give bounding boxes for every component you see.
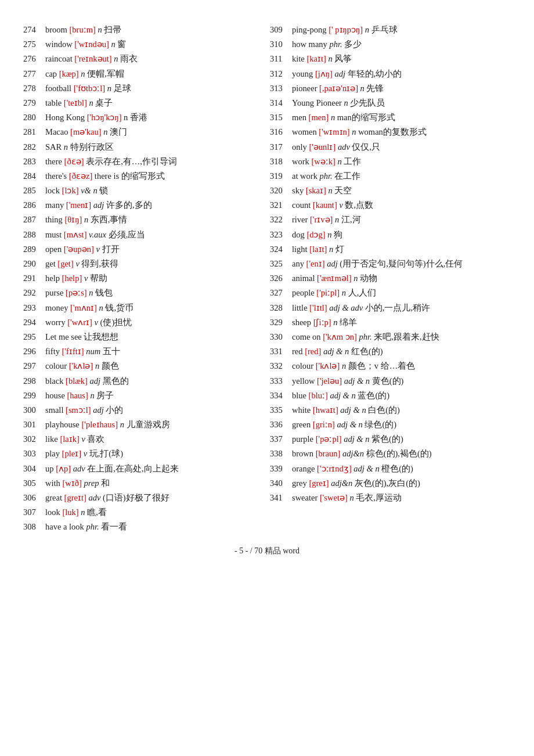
entry-meaning: 窗 [117, 39, 126, 49]
entry-word: orange [292, 464, 315, 473]
list-item: 318work [wəːk] n 工作 [270, 155, 511, 168]
entry-content: pioneer [,paɪə'nɪə] n 先锋 [292, 82, 511, 95]
entry-number: 310 [270, 38, 292, 51]
entry-meaning: 瞧,看 [87, 507, 107, 517]
list-item: 316women ['wɪmɪn] n woman的复数形式 [270, 125, 511, 139]
list-item: 288must [mʌst] v.aux 必须,应当 [23, 228, 264, 242]
list-item: 317only ['əunlɪ] adv 仅仅,只 [270, 141, 511, 154]
entry-pos: n [120, 420, 124, 429]
entry-word: grey [292, 478, 307, 488]
list-item: 313pioneer [,paɪə'nɪə] n 先锋 [270, 82, 511, 95]
entry-meaning: 喜欢 [87, 434, 104, 444]
phonetic: ʃiːp [316, 318, 328, 327]
list-item: 274broom [bruːm] n 扫帚 [23, 23, 264, 37]
entry-meaning: 在工作 [334, 171, 360, 181]
list-item: 315men [men] n man的缩写形式 [270, 111, 511, 124]
entry-meaning: 澳门 [110, 127, 127, 136]
entry-content: like [laɪk] v 喜欢 [45, 433, 264, 446]
entry-pos: v [96, 244, 100, 254]
entry-content: Hong Kong ['hɔŋ'kɔŋ] n 香港 [45, 111, 264, 124]
entry-word: little [292, 303, 308, 312]
entry-meaning: 蓝色(的) [358, 391, 389, 400]
phonetic: 'hɔŋ'kɔŋ [90, 113, 119, 122]
entry-number: 301 [23, 418, 45, 431]
entry-meaning: 灰色(的),灰白(的) [355, 478, 420, 488]
entry-pos: adj [93, 200, 104, 210]
entry-word: ping-pong [292, 25, 327, 34]
phonetic-close: ] [85, 391, 88, 400]
entry-meaning: 在上面,在高处,向上起来 [87, 464, 178, 473]
list-item: 341sweater ['swetə] n 毛衣,厚运动 [270, 491, 511, 505]
left-column: 274broom [bruːm] n 扫帚275window ['wɪndəu]… [23, 23, 270, 535]
entry-meaning: 棕色(的),褐色(的) [366, 449, 432, 458]
phonetic: jʌŋ [318, 69, 330, 78]
entry-meaning: 江,河 [341, 215, 361, 224]
entry-pos: v [84, 273, 88, 283]
entry-word: work [292, 157, 309, 166]
entry-content: purple ['pəːpl] adj & n 紫色(的) [292, 433, 511, 446]
entry-meaning: 房子 [96, 391, 114, 400]
entry-number: 304 [23, 462, 45, 475]
entry-pos: adv [338, 142, 350, 152]
list-item: 293money ['mʌnɪ] n 钱,货币 [23, 301, 264, 315]
entry-content: lock [lɔk] v& n 锁 [45, 184, 264, 197]
entry-meaning: 少先队员 [350, 98, 385, 107]
phonetic-close: ] [84, 288, 87, 297]
phonetic: 'kʌm ɔn [326, 332, 354, 341]
phonetic-close: ] [85, 376, 88, 386]
entry-number: 285 [23, 184, 45, 197]
entry-meaning: 黄色(的) [372, 376, 404, 386]
entry-number: 335 [270, 404, 292, 416]
entry-word: Macao [45, 127, 68, 136]
entry-word: sweater [292, 493, 317, 502]
phonetic: mʌst [67, 230, 84, 239]
entry-meaning: 白色(的) [368, 405, 400, 415]
entry-pos: n [107, 84, 111, 93]
entry-pos: n [81, 507, 85, 517]
phonetic: blæk [68, 376, 85, 386]
entry-word: have a look [45, 522, 84, 531]
entry-pos: adj & n [340, 405, 366, 415]
right-column: 309ping-pong [' pɪŋpɔŋ] n 乒乓球310how many… [270, 23, 511, 535]
list-item: 277cap [kæp] n 便帽,军帽 [23, 67, 264, 81]
list-item: 331red [red] adj & n 红色(的) [270, 345, 511, 358]
entry-pos: v [95, 318, 98, 327]
footer: - 5 - / 70 精品 word [23, 546, 511, 556]
phonetic-close: ] [330, 215, 333, 224]
entry-meaning: 红色(的) [351, 347, 383, 356]
entry-content: purse [pəːs] n 钱包 [45, 286, 264, 300]
entry-number: 312 [270, 67, 292, 80]
list-item: 328little ['lɪtl] adj & adv 小的,一点儿,稍许 [270, 301, 511, 315]
list-item: 320sky [skaɪ] n 天空 [270, 184, 511, 197]
entry-pos: n [99, 303, 103, 312]
phonetic-close: ] [337, 361, 340, 370]
phonetic: smɔːl [68, 405, 88, 415]
entry-number: 309 [270, 23, 292, 36]
entry-number: 327 [270, 286, 292, 299]
entry-pos: n [98, 25, 102, 34]
list-item: 281Macao [mə'kau] n 澳门 [23, 125, 264, 139]
phonetic: 'fɪftɪ [64, 347, 81, 356]
phonetic-close: ] [339, 434, 342, 444]
entry-content: sweater ['swetə] n 毛衣,厚运动 [292, 491, 511, 505]
entry-meaning: 绵羊 [340, 318, 357, 327]
phonetic: greɪ [312, 478, 326, 488]
phonetic: laɪk [63, 434, 77, 444]
entry-number: 295 [23, 330, 45, 343]
entry-content: fifty ['fɪftɪ] num 五十 [45, 345, 264, 358]
list-item: 327people ['piːpl] n 人,人们 [270, 286, 511, 300]
entry-number: 277 [23, 67, 45, 80]
list-item: 310how many phr. 多少 [270, 38, 511, 51]
list-item: 280Hong Kong ['hɔŋ'kɔŋ] n 香港 [23, 111, 264, 124]
entry-meaning: 钱,货币 [105, 303, 134, 312]
entry-pos: adj [93, 405, 104, 415]
entry-word: table [45, 98, 62, 107]
list-item: 311kite [kaɪt] n 风筝 [270, 52, 511, 66]
entry-number: 293 [23, 301, 45, 314]
entry-word: house [45, 391, 65, 400]
entry-pos: adj & n [344, 434, 369, 444]
entry-pos: adj [327, 259, 338, 268]
entry-word: open [45, 244, 62, 254]
entry-content: sky [skaɪ] n 天空 [292, 184, 511, 197]
entry-content: with [wɪð] prep 和 [45, 477, 264, 490]
